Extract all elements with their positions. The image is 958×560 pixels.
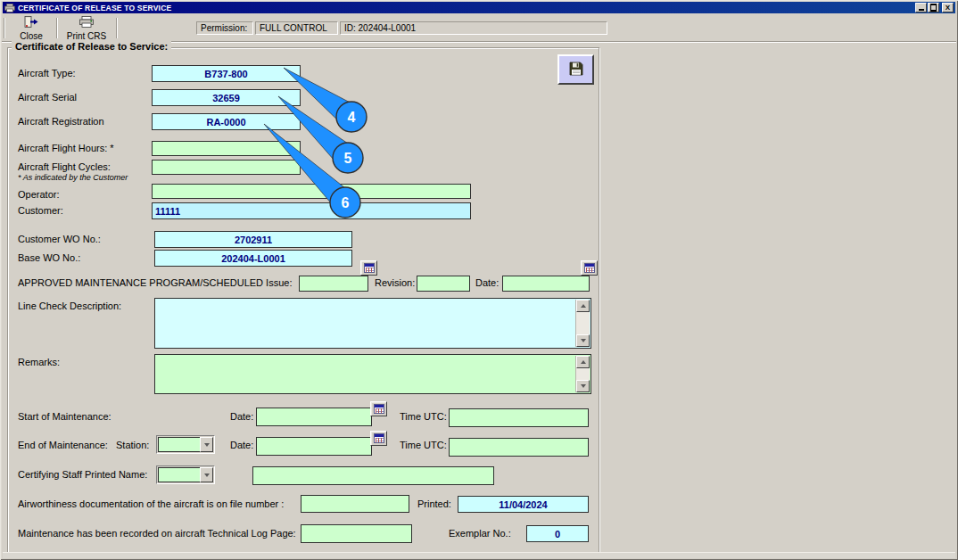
scrollbar[interactable] bbox=[575, 356, 590, 392]
aircraft-type-field[interactable] bbox=[152, 65, 301, 82]
operator-label: Operator: bbox=[18, 189, 59, 201]
base-wo-field[interactable] bbox=[154, 250, 352, 267]
printed-label: Printed: bbox=[417, 498, 451, 510]
exemplar-label: Exemplar No.: bbox=[449, 528, 511, 539]
calendar-icon bbox=[584, 263, 595, 273]
window-title: CERTIFICATE OF RELEASE TO SERVICE bbox=[18, 4, 171, 12]
chevron-down-icon bbox=[204, 443, 210, 447]
record-id-value: ID: 202404-L0001 bbox=[340, 21, 607, 35]
calendar-button[interactable] bbox=[370, 401, 387, 416]
station-label: Station: bbox=[116, 440, 149, 451]
base-wo-label: Base WO No.: bbox=[18, 252, 80, 264]
exemplar-field[interactable] bbox=[526, 525, 589, 542]
scroll-down-button[interactable] bbox=[576, 380, 590, 392]
remarks-label: Remarks: bbox=[18, 357, 60, 368]
restore-icon bbox=[930, 4, 937, 11]
aircraft-registration-field[interactable] bbox=[152, 113, 301, 130]
customer-wo-field[interactable] bbox=[154, 231, 352, 248]
window-controls: X bbox=[915, 3, 954, 12]
airworthiness-label: Airworthiness documentation of the aircr… bbox=[18, 498, 284, 510]
printer-icon bbox=[78, 16, 95, 30]
start-maintenance-label: Start of Maintenance: bbox=[18, 411, 111, 423]
certifying-staff-name-field[interactable] bbox=[252, 466, 494, 485]
end-date-field[interactable] bbox=[256, 437, 372, 456]
calendar-icon bbox=[374, 404, 384, 414]
station-select[interactable] bbox=[156, 435, 215, 454]
customer-footnote: * As indicated by the Customer bbox=[18, 172, 128, 184]
window-bottom-edge bbox=[3, 552, 955, 558]
close-button-label: Close bbox=[20, 31, 43, 41]
line-check-text bbox=[156, 300, 574, 347]
floppy-disk-icon bbox=[569, 62, 583, 78]
save-button[interactable] bbox=[557, 54, 594, 85]
end-date-label: Date: bbox=[230, 440, 253, 451]
customer-wo-label: Customer WO No.: bbox=[18, 234, 101, 245]
start-time-field[interactable] bbox=[449, 408, 589, 427]
flight-hours-field[interactable] bbox=[152, 141, 301, 156]
scroll-down-button[interactable] bbox=[576, 334, 590, 347]
line-check-label: Line Check Description: bbox=[18, 301, 121, 312]
aircraft-serial-label: Aircraft Serial bbox=[18, 92, 77, 103]
start-date-field[interactable] bbox=[256, 408, 372, 426]
calendar-button[interactable] bbox=[581, 260, 598, 276]
amp-label: APPROVED MAINTENANCE PROGRAM/SCHEDULED I… bbox=[18, 277, 292, 289]
printer-icon bbox=[4, 4, 15, 12]
calendar-button[interactable] bbox=[370, 431, 387, 446]
minimize-icon bbox=[919, 9, 924, 11]
crs-groupbox-legend: Certificate of Release to Service: bbox=[12, 41, 171, 52]
close-icon: X bbox=[946, 4, 950, 12]
triangle-up-icon bbox=[581, 304, 586, 308]
exit-door-icon bbox=[23, 16, 39, 30]
scroll-up-button[interactable] bbox=[576, 356, 590, 368]
calendar-button[interactable] bbox=[360, 260, 377, 276]
end-time-label: Time UTC: bbox=[400, 440, 447, 451]
titlebar: CERTIFICATE OF RELEASE TO SERVICE X bbox=[3, 2, 955, 13]
toolbar-separator bbox=[116, 18, 118, 38]
tech-log-label: Maintenance has been recorded on aircraf… bbox=[18, 528, 296, 539]
flight-cycles-field[interactable] bbox=[152, 160, 301, 175]
airworthiness-file-field[interactable] bbox=[301, 495, 409, 513]
flight-hours-label: Aircraft Flight Hours: * bbox=[18, 143, 114, 154]
restore-button[interactable] bbox=[928, 3, 939, 12]
aircraft-type-label: Aircraft Type: bbox=[18, 68, 76, 79]
customer-field[interactable] bbox=[152, 202, 471, 219]
amp-revision-field[interactable] bbox=[417, 276, 470, 292]
permission-value: FULL CONTROL bbox=[255, 21, 338, 35]
amp-issue-field[interactable] bbox=[299, 276, 368, 292]
scrollbar[interactable] bbox=[575, 300, 590, 347]
triangle-down-icon bbox=[581, 384, 586, 388]
toolbar-separator bbox=[56, 18, 58, 38]
chevron-down-icon bbox=[204, 474, 210, 477]
amp-date-field[interactable] bbox=[502, 276, 590, 292]
start-date-label: Date: bbox=[230, 411, 253, 423]
permission-label: Permission: bbox=[196, 21, 253, 35]
calendar-icon bbox=[374, 433, 384, 443]
aircraft-serial-field[interactable] bbox=[152, 89, 301, 106]
triangle-up-icon bbox=[581, 360, 586, 364]
toolbar-separator bbox=[4, 18, 5, 38]
print-crs-button-label: Print CRS bbox=[67, 31, 106, 41]
close-window-button[interactable]: X bbox=[942, 3, 954, 12]
minimize-button[interactable] bbox=[915, 3, 927, 12]
amp-revision-label: Revision: bbox=[375, 277, 415, 289]
certifying-staff-dropdown-button[interactable] bbox=[200, 467, 213, 482]
scroll-up-button[interactable] bbox=[576, 300, 590, 312]
end-time-field[interactable] bbox=[449, 438, 589, 457]
aircraft-registration-label: Aircraft Registration bbox=[18, 116, 104, 128]
remarks-textarea[interactable] bbox=[154, 354, 591, 394]
triangle-down-icon bbox=[581, 339, 586, 342]
close-button[interactable]: Close bbox=[8, 16, 54, 40]
tech-log-page-field[interactable] bbox=[301, 524, 412, 543]
certifying-staff-select[interactable] bbox=[156, 465, 215, 484]
calendar-icon bbox=[364, 263, 375, 273]
remarks-text bbox=[156, 356, 574, 392]
line-check-textarea[interactable] bbox=[154, 298, 591, 349]
station-dropdown-button[interactable] bbox=[200, 437, 213, 452]
app-window: CERTIFICATE OF RELEASE TO SERVICE X Clos… bbox=[0, 0, 958, 560]
certifying-staff-label: Certifying Staff Printed Name: bbox=[18, 469, 147, 481]
end-maintenance-label: End of Maintenance: bbox=[18, 440, 108, 451]
operator-field[interactable] bbox=[152, 184, 471, 199]
print-crs-button[interactable]: Print CRS bbox=[61, 16, 112, 40]
customer-label: Customer: bbox=[18, 205, 63, 217]
printed-date-field[interactable] bbox=[458, 496, 589, 513]
